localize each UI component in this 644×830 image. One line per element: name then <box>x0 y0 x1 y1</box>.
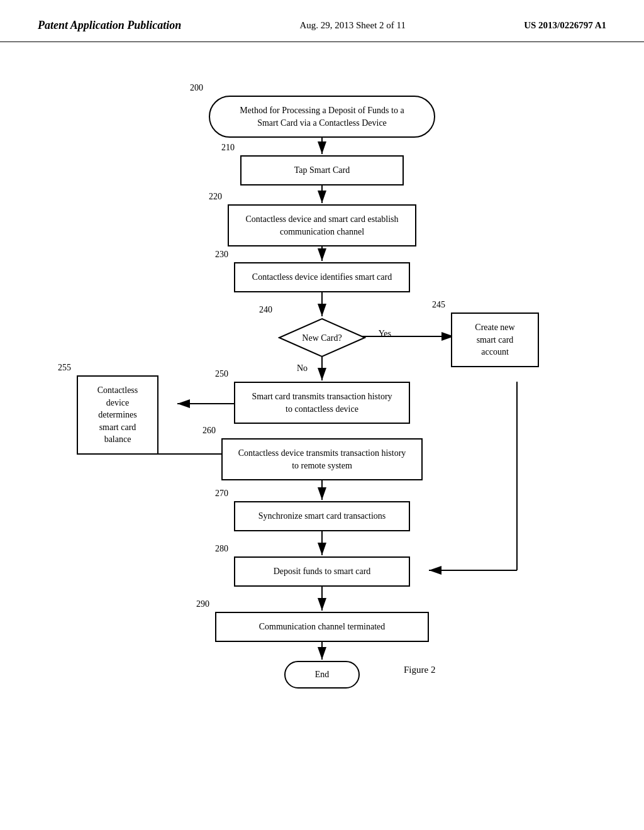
label-290: 290 <box>196 599 209 609</box>
label-260: 260 <box>203 426 216 436</box>
text-210: Tap Smart Card <box>294 165 350 175</box>
label-240: 240 <box>259 305 272 315</box>
node-290: 290 Communication channel terminated <box>215 612 429 642</box>
page-header: Patent Application Publication Aug. 29, … <box>0 0 644 42</box>
label-280: 280 <box>215 544 228 554</box>
label-230: 230 <box>215 250 228 260</box>
shape-260: Contactless device transmits transaction… <box>221 438 423 480</box>
text-290: Communication channel terminated <box>259 622 386 631</box>
shape-270: Synchronize smart card transactions <box>234 501 410 531</box>
label-245: 245 <box>432 300 445 310</box>
publication-number: US 2013/0226797 A1 <box>524 20 606 31</box>
node-280: 280 Deposit funds to smart card <box>234 556 410 587</box>
text-280: Deposit funds to smart card <box>274 567 371 576</box>
diagram-area: 200 Method for Processing a Deposit of F… <box>0 42 644 809</box>
text-230: Contactless device identifies smart card <box>252 272 392 282</box>
page: Patent Application Publication Aug. 29, … <box>0 0 644 830</box>
shape-255: Contactless device determines smart card… <box>77 375 158 455</box>
node-end: End <box>284 661 360 689</box>
yes-label: Yes <box>379 329 391 339</box>
node-240: 240 New Card? Yes No <box>278 318 366 358</box>
shape-200: Method for Processing a Deposit of Funds… <box>209 96 435 138</box>
node-230: 230 Contactless device identifies smart … <box>234 262 410 292</box>
text-270: Synchronize smart card transactions <box>258 511 386 521</box>
text-260: Contactless device transmits transaction… <box>238 448 406 470</box>
label-255: 255 <box>58 363 71 373</box>
no-label: No <box>297 363 308 374</box>
publication-title: Patent Application Publication <box>38 19 181 32</box>
text-end: End <box>315 670 330 679</box>
node-250: 250 Smart card transmits transaction his… <box>234 382 410 424</box>
label-250: 250 <box>215 369 228 379</box>
label-200: 200 <box>190 83 203 93</box>
text-200: Method for Processing a Deposit of Funds… <box>240 106 404 128</box>
label-270: 270 <box>215 489 228 499</box>
shape-290: Communication channel terminated <box>215 612 429 642</box>
node-245: 245 Create new smart card account <box>451 313 539 367</box>
node-220: 220 Contactless device and smart card es… <box>228 204 416 246</box>
shape-230: Contactless device identifies smart card <box>234 262 410 292</box>
shape-245: Create new smart card account <box>451 313 539 367</box>
text-245: Create new smart card account <box>475 323 514 357</box>
shape-250: Smart card transmits transaction history… <box>234 382 410 424</box>
shape-220: Contactless device and smart card establ… <box>228 204 416 246</box>
flowchart: 200 Method for Processing a Deposit of F… <box>39 67 605 790</box>
shape-end: End <box>284 661 360 689</box>
node-200: 200 Method for Processing a Deposit of F… <box>209 96 435 138</box>
shape-280: Deposit funds to smart card <box>234 556 410 587</box>
shape-210: Tap Smart Card <box>240 155 404 185</box>
node-255: 255 Contactless device determines smart … <box>77 375 158 455</box>
diamond-240: New Card? <box>278 318 366 358</box>
figure-label: Figure 2 <box>404 665 435 675</box>
node-210: 210 Tap Smart Card <box>240 155 404 185</box>
publication-date-sheet: Aug. 29, 2013 Sheet 2 of 11 <box>299 20 406 31</box>
node-260: 260 Contactless device transmits transac… <box>221 438 423 480</box>
text-250: Smart card transmits transaction history… <box>252 392 392 414</box>
node-270: 270 Synchronize smart card transactions <box>234 501 410 531</box>
svg-text:New Card?: New Card? <box>302 333 341 343</box>
label-210: 210 <box>221 143 235 153</box>
text-255: Contactless device determines smart card… <box>97 385 138 444</box>
label-220: 220 <box>209 192 222 202</box>
text-220: Contactless device and smart card establ… <box>246 214 399 236</box>
